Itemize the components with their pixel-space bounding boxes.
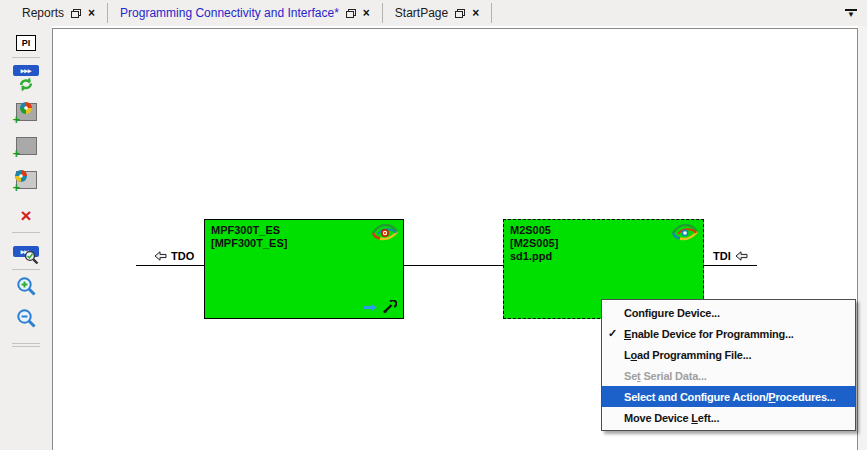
device-package: [M2S005] (510, 237, 697, 250)
toolbar-separator (12, 232, 40, 233)
tdo-pin-label: TDO (154, 250, 194, 262)
menu-item-load-programming-file[interactable]: Load Programming File... (602, 344, 855, 365)
zoom-in-icon (15, 276, 38, 299)
tab-label: Programming Connectivity and Interface* (120, 6, 339, 20)
device-file: sd1.ppd (510, 250, 697, 263)
close-icon[interactable]: × (363, 8, 370, 18)
wrench-icon (382, 300, 397, 314)
zoom-out-icon (15, 308, 38, 331)
dropdown-arrow: ▼ (845, 12, 857, 18)
float-window-icon[interactable] (455, 9, 465, 18)
add-non-flashpro-device-button[interactable]: + (9, 131, 43, 161)
zoom-out-button[interactable] (9, 305, 43, 333)
add-device-from-file-button[interactable]: + (9, 165, 43, 195)
menu-item-enable-device-for-programming[interactable]: ✓ Enable Device for Programming... (602, 323, 855, 344)
blue-arrow-icon (364, 303, 377, 312)
left-arrow-icon (154, 251, 167, 261)
device-mpf300t-es[interactable]: MPF300T_ES [MPF300T_ES] (204, 219, 404, 319)
toolbar-separator (12, 346, 40, 347)
device-name: MPF300T_ES (211, 224, 397, 237)
float-window-icon[interactable] (346, 9, 356, 18)
tdo-text: TDO (171, 250, 194, 262)
plus-icon: + (13, 114, 21, 126)
plus-icon: + (13, 182, 21, 194)
jtag-wire-middle (404, 265, 503, 266)
close-icon[interactable]: × (88, 8, 95, 18)
menu-item-move-device-left[interactable]: Move Device Left... (602, 407, 855, 428)
device-status-icons (364, 300, 397, 314)
plus-icon: + (13, 148, 21, 160)
float-window-icon[interactable] (71, 9, 81, 18)
toolbar-separator (12, 343, 40, 344)
tab-label: Reports (22, 6, 64, 20)
run-chain-check-button[interactable]: ▸▸▸ (9, 236, 43, 266)
chain-canvas[interactable]: TDO TDI MPF300T_ES [MPF300T_ES] (52, 28, 858, 450)
menu-item-set-serial-data: Set Serial Data... (602, 365, 855, 386)
tab-startpage[interactable]: StartPage × (383, 1, 491, 25)
programming-toolbar: PI ▸▸▸ + + (0, 26, 52, 450)
verify-magnifier-icon (24, 250, 39, 265)
file-page-icon: + (16, 171, 37, 189)
add-device-button[interactable]: + (9, 97, 43, 127)
toolbar-separator (12, 57, 40, 58)
zoom-in-button[interactable] (9, 273, 43, 301)
device-package: [MPF300T_ES] (211, 237, 397, 250)
device-name: M2S005 (510, 224, 697, 237)
jtag-wire-left (136, 265, 204, 266)
device-chip-icon: + (16, 137, 37, 155)
delete-device-button[interactable]: × (9, 203, 43, 229)
tab-list-dropdown-icon[interactable]: ▼ (845, 9, 857, 18)
device-context-menu: Configure Device... ✓ Enable Device for … (601, 299, 856, 431)
jtag-wire-right (704, 265, 757, 266)
tab-programming-connectivity[interactable]: Programming Connectivity and Interface* … (108, 1, 382, 25)
close-icon[interactable]: × (472, 8, 479, 18)
pi-icon: PI (16, 35, 36, 51)
programming-interface-button[interactable]: PI (9, 32, 43, 54)
tab-reports[interactable]: Reports × (0, 1, 107, 25)
chain-arrows-icon: ▸▸▸ (13, 65, 39, 76)
tab-label: StartPage (395, 6, 448, 20)
device-chip-icon: + (16, 103, 37, 121)
microsemi-logo-icon (672, 224, 698, 241)
menu-item-select-and-configure-action-procedures[interactable]: Select and Configure Action/Procedures..… (602, 386, 855, 407)
right-gutter (858, 26, 867, 450)
document-tabbar: Reports × Programming Connectivity and I… (0, 0, 867, 26)
tdi-text: TDI (713, 250, 731, 262)
microsemi-logo-icon (372, 224, 398, 241)
construct-chain-button[interactable]: ▸▸▸ (9, 61, 43, 95)
left-arrow-icon (735, 251, 748, 261)
delete-icon: × (20, 207, 31, 225)
refresh-icon (18, 77, 34, 92)
tab-separator (491, 3, 492, 23)
tdi-pin-label: TDI (713, 250, 748, 262)
menu-item-configure-device[interactable]: Configure Device... (602, 302, 855, 323)
checkmark-icon: ✓ (608, 327, 624, 340)
toolbar-separator (12, 269, 40, 270)
